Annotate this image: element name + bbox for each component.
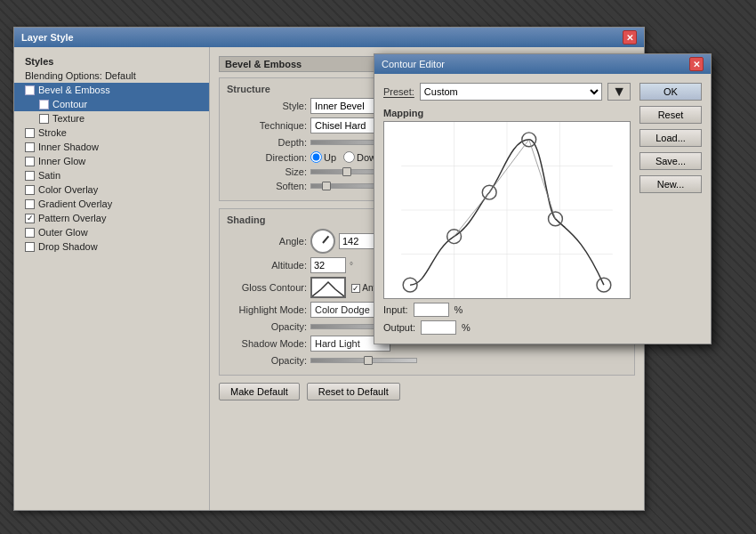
input-label: Input:	[383, 304, 408, 315]
output-percent: %	[462, 322, 470, 333]
dialog-titlebar: Layer Style ✕	[14, 28, 644, 47]
angle-label: Angle:	[227, 236, 307, 247]
sidebar-item-pattern-overlay[interactable]: Pattern Overlay	[14, 211, 209, 225]
contour-body: Preset: Custom ▼ Mapping	[374, 74, 711, 344]
satin-label: Satin	[38, 170, 60, 181]
angle-input[interactable]	[339, 233, 374, 249]
inner-shadow-checkbox[interactable]	[25, 142, 35, 152]
contour-title: Contour Editor	[382, 59, 445, 69]
dialog-title: Layer Style	[21, 32, 74, 43]
pattern-overlay-checkbox[interactable]	[25, 214, 35, 223]
bottom-buttons: Make Default Reset to Default	[219, 383, 635, 400]
mapping-canvas-area[interactable]	[383, 121, 631, 299]
output-row: Output: %	[383, 320, 631, 335]
sidebar-item-gradient-overlay[interactable]: Gradient Overlay	[14, 197, 209, 211]
gloss-contour-thumb[interactable]	[310, 277, 346, 298]
satin-checkbox[interactable]	[25, 171, 35, 181]
input-field[interactable]	[414, 303, 449, 317]
gloss-contour-label: Gloss Contour:	[227, 282, 307, 293]
contour-editor-dialog: Contour Editor ✕ Preset: Custom ▼ Mappin…	[374, 53, 712, 344]
angle-dial[interactable]	[310, 229, 335, 254]
contour-titlebar: Contour Editor ✕	[374, 54, 711, 74]
input-row: Input: %	[383, 303, 631, 317]
stroke-label: Stroke	[38, 127, 67, 138]
preset-label: Preset:	[383, 86, 414, 97]
color-overlay-checkbox[interactable]	[25, 185, 35, 195]
inner-glow-label: Inner Glow	[38, 156, 85, 166]
contour-close-button[interactable]: ✕	[689, 57, 704, 71]
opacity2-row: Opacity:	[227, 355, 627, 366]
gradient-overlay-checkbox[interactable]	[25, 199, 35, 209]
sidebar-item-bevel[interactable]: Bevel & Emboss	[14, 83, 209, 97]
technique-label: Technique:	[227, 120, 307, 131]
sidebar-item-contour[interactable]: Contour	[14, 97, 209, 111]
outer-glow-label: Outer Glow	[38, 227, 88, 238]
input-percent: %	[454, 304, 463, 315]
sidebar-item-outer-glow[interactable]: Outer Glow	[14, 225, 209, 239]
altitude-input[interactable]	[310, 257, 346, 273]
contour-label: Contour	[52, 99, 87, 109]
reset-button[interactable]: Reset	[639, 106, 702, 124]
save-button[interactable]: Save...	[639, 152, 702, 170]
color-overlay-label: Color Overlay	[38, 184, 98, 195]
output-label: Output:	[383, 322, 415, 333]
gradient-overlay-label: Gradient Overlay	[38, 198, 112, 209]
opacity2-slider[interactable]	[310, 358, 417, 363]
ok-button[interactable]: OK	[639, 83, 702, 101]
bevel-checkbox[interactable]	[25, 85, 35, 95]
preset-select[interactable]: Custom	[420, 83, 602, 101]
texture-checkbox[interactable]	[39, 114, 49, 124]
drop-shadow-label: Drop Shadow	[38, 241, 98, 252]
shadow-mode-label: Shadow Mode:	[227, 338, 307, 349]
svg-point-6	[403, 278, 417, 292]
sidebar-item-stroke[interactable]: Stroke	[14, 125, 209, 140]
sidebar-item-drop-shadow[interactable]: Drop Shadow	[14, 239, 209, 254]
bevel-label: Bevel & Emboss	[38, 85, 110, 95]
size-label: Size:	[227, 166, 307, 177]
blending-label: Blending Options: Default	[25, 70, 136, 81]
highlight-mode-label: Highlight Mode:	[227, 304, 307, 315]
close-button[interactable]: ✕	[623, 30, 637, 44]
sidebar-item-inner-glow[interactable]: Inner Glow	[14, 154, 209, 168]
stroke-checkbox[interactable]	[25, 128, 35, 138]
load-button[interactable]: Load...	[639, 129, 702, 147]
sidebar-item-inner-shadow[interactable]: Inner Shadow	[14, 140, 209, 154]
opacity1-label: Opacity:	[227, 321, 307, 332]
sidebar-item-color-overlay[interactable]: Color Overlay	[14, 182, 209, 197]
sidebar-item-styles[interactable]: Styles	[14, 54, 209, 69]
drop-shadow-checkbox[interactable]	[25, 242, 35, 252]
direction-down-radio[interactable]	[343, 151, 355, 163]
opacity2-label: Opacity:	[227, 355, 307, 366]
texture-label: Texture	[52, 113, 84, 124]
svg-point-11	[597, 278, 611, 292]
style-label: Style:	[227, 101, 307, 111]
svg-line-12	[454, 192, 490, 237]
contour-left-panel: Preset: Custom ▼ Mapping	[383, 83, 631, 335]
outer-glow-checkbox[interactable]	[25, 228, 35, 238]
contour-checkbox[interactable]	[39, 100, 49, 109]
sidebar-item-blending[interactable]: Blending Options: Default	[14, 69, 209, 83]
new-button[interactable]: New...	[639, 175, 702, 193]
anti-alias-check: Ant	[351, 283, 375, 293]
preset-row: Preset: Custom ▼	[383, 83, 631, 101]
svg-line-14	[529, 140, 556, 219]
mapping-label: Mapping	[383, 108, 631, 118]
sidebar-item-texture[interactable]: Texture	[14, 111, 209, 125]
output-field[interactable]	[421, 320, 456, 335]
altitude-label: Altitude:	[227, 260, 307, 271]
contour-curve-svg	[384, 122, 630, 298]
make-default-button[interactable]: Make Default	[219, 383, 300, 400]
sidebar-item-satin[interactable]: Satin	[14, 168, 209, 182]
pattern-overlay-label: Pattern Overlay	[38, 213, 106, 223]
direction-up-label[interactable]: Up	[310, 151, 336, 163]
inner-glow-checkbox[interactable]	[25, 157, 35, 166]
contour-right-panel: OK Reset Load... Save... New...	[639, 83, 702, 335]
direction-radios: Up Down	[310, 151, 382, 163]
preset-dropdown-arrow[interactable]: ▼	[607, 83, 631, 101]
soften-label: Soften:	[227, 181, 307, 191]
styles-label: Styles	[25, 56, 53, 67]
direction-up-radio[interactable]	[310, 151, 322, 163]
anti-alias-checkbox[interactable]	[351, 284, 360, 293]
reset-to-default-button[interactable]: Reset to Default	[307, 383, 400, 400]
inner-shadow-label: Inner Shadow	[38, 142, 99, 152]
